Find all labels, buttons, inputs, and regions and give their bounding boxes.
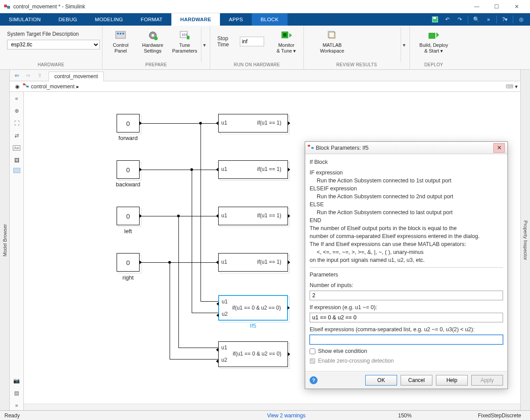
svg-rect-13 [187, 36, 189, 39]
annotation-icon[interactable]: A≡ [12, 143, 22, 153]
minimize-button[interactable]: — [467, 0, 487, 13]
document-tab[interactable]: control_movement [49, 72, 104, 81]
help-button[interactable]: Help [436, 375, 468, 386]
layers-icon[interactable]: ▤ [12, 388, 22, 398]
group-run: RUN ON HARDWARE [210, 62, 303, 69]
ribbon: System Target File Description esp32.tlc… [0, 26, 530, 70]
screenshot-icon[interactable]: 📷 [12, 376, 22, 386]
deploy-icon [428, 29, 440, 42]
label-forward: forward [117, 135, 140, 141]
hw-target-select[interactable]: esp32.tlc [7, 40, 100, 49]
num-inputs-label: Number of inputs: [310, 282, 503, 289]
status-solver[interactable]: FixedStepDiscrete [478, 412, 521, 419]
model-scope-icon[interactable]: ◉ [12, 82, 22, 91]
tab-format[interactable]: FORMAT [132, 13, 172, 26]
const-left[interactable]: 0 [117, 207, 140, 225]
if-block-3[interactable]: u1 if(u1 == 1) [218, 207, 288, 225]
signal-icon[interactable]: ⇄ [12, 131, 22, 140]
property-inspector-dock[interactable]: Property Inspector [520, 70, 530, 410]
group-review: REVIEW RESULTS [304, 62, 409, 69]
maximize-button[interactable]: ☐ [487, 0, 507, 13]
dialog-icon [308, 144, 314, 151]
prepare-dropdown[interactable]: ▾ [201, 27, 207, 62]
save-icon[interactable] [430, 14, 440, 25]
if-block-6[interactable]: u1 u2 if(u1 == 0 & u2 == 0) [218, 341, 288, 367]
control-panel-button[interactable]: Control Panel [105, 27, 136, 56]
context-help-icon[interactable]: ? [310, 376, 318, 384]
matlab-workspace-button[interactable]: MATLAB Workspace [316, 27, 348, 56]
label-right: right [117, 274, 140, 281]
apply-button[interactable]: Apply [471, 375, 503, 386]
build-deploy-button[interactable]: Build, Deploy & Start ▾ [413, 27, 455, 56]
review-dropdown[interactable]: ▾ [401, 27, 407, 62]
scrollbar-horizontal[interactable] [24, 404, 520, 410]
chip-play-icon [280, 29, 292, 42]
group-hardware: HARDWARE [0, 62, 102, 69]
dialog-heading: If Block [310, 159, 503, 166]
tune-icon: 101 [178, 29, 191, 42]
expand-icon[interactable]: » [483, 14, 494, 25]
hardware-settings-button[interactable]: Hardware Settings [137, 27, 168, 56]
const-right[interactable]: 0 [117, 253, 140, 272]
tab-apps[interactable]: APPS [220, 13, 252, 26]
target-icon[interactable]: ◎ [516, 14, 526, 25]
const-backward[interactable]: 0 [117, 160, 140, 179]
if-block-1[interactable]: u1 if(u1 == 1) [218, 114, 288, 132]
fit-icon[interactable]: ⛶ [12, 118, 22, 128]
model-browser-dock[interactable]: Model Browser [0, 70, 10, 410]
area-icon[interactable] [13, 168, 20, 173]
breadcrumb-dropdown[interactable]: ▾ [515, 83, 518, 90]
breadcrumb-root[interactable]: control_movement [31, 83, 75, 90]
if-block-4[interactable]: u1 if(u1 == 1) [218, 253, 288, 272]
close-button[interactable]: ✕ [507, 0, 526, 13]
toolstrip-tabs: SIMULATION DEBUG MODELING FORMAT HARDWAR… [0, 13, 530, 26]
workspace-icon [326, 29, 338, 42]
image-icon[interactable]: 🖼 [12, 155, 22, 165]
const-forward[interactable]: 0 [117, 114, 140, 132]
svg-text:101: 101 [182, 33, 188, 37]
tab-simulation[interactable]: SIMULATION [0, 13, 49, 26]
num-inputs-input[interactable] [310, 291, 503, 300]
tab-debug[interactable]: DEBUG [49, 13, 86, 26]
svg-marker-20 [436, 32, 439, 38]
dialog-title: Block Parameters: If5 [316, 145, 493, 151]
label-left: left [117, 228, 140, 235]
svg-rect-22 [26, 86, 29, 87]
undo-icon[interactable]: ↶ [442, 14, 453, 25]
stop-time-input[interactable] [240, 37, 264, 46]
breadcrumb: ◉ control_movement ▸ ⌨ ▾ [10, 81, 520, 92]
monitor-tune-button[interactable]: Monitor & Tune ▾ [272, 27, 301, 56]
svg-rect-4 [116, 31, 125, 38]
status-zoom[interactable]: 150% [398, 412, 412, 419]
elseif-expr-input[interactable] [310, 335, 503, 344]
hide-browser-icon[interactable]: « [12, 94, 22, 103]
label-backward: backward [114, 181, 143, 188]
gear-icon [147, 29, 159, 42]
cancel-button[interactable]: Cancel [401, 375, 432, 386]
status-warnings[interactable]: View 2 warnings [267, 412, 306, 419]
nav-up-icon[interactable]: ⇧ [34, 71, 45, 80]
tab-block[interactable]: BLOCK [252, 13, 288, 26]
ok-button[interactable]: OK [365, 375, 397, 386]
nav-forward-icon[interactable]: ⇨ [23, 71, 34, 80]
zoom-icon[interactable]: ⊕ [12, 106, 22, 116]
if-block-2[interactable]: u1 if(u1 == 1) [218, 160, 288, 179]
nav-back-icon[interactable]: ⇦ [11, 71, 22, 80]
if-block-5[interactable]: u1 u2 if(u1 == 0 & u2 == 0) [218, 295, 288, 321]
search-icon[interactable]: 🔍 [471, 14, 481, 25]
svg-rect-6 [120, 33, 121, 34]
explorer-bar: ⇦ ⇨ ⇧ control_movement [10, 70, 520, 81]
if-expr-input[interactable] [310, 313, 503, 322]
block-parameters-dialog: Block Parameters: If5 ✕ If Block IF expr… [305, 141, 508, 389]
tab-modeling[interactable]: MODELING [86, 13, 132, 26]
control-panel-icon [114, 29, 127, 42]
status-ready: Ready [4, 412, 20, 419]
dialog-close-button[interactable]: ✕ [493, 143, 505, 153]
help-icon[interactable]: ?▾ [500, 14, 510, 25]
keyboard-icon[interactable]: ⌨ [506, 83, 513, 90]
more-icon[interactable]: » [12, 401, 22, 410]
redo-icon[interactable]: ↷ [454, 14, 465, 25]
show-else-checkbox[interactable]: Show else condition [310, 348, 503, 354]
tune-parameters-button[interactable]: 101 Tune Parameters [169, 27, 200, 56]
tab-hardware[interactable]: HARDWARE [171, 13, 220, 26]
